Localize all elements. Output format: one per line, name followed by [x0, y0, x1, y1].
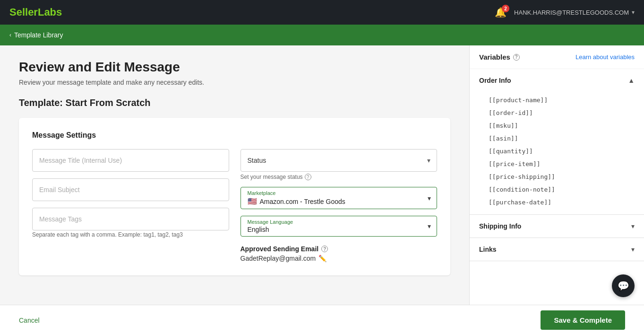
form-col-right: Status Active Inactive ▾ Set your messag… [240, 149, 438, 262]
chat-button[interactable]: 💬 [612, 274, 635, 297]
breadcrumb-label: Template Library [14, 31, 63, 39]
status-select-wrap: Status Active Inactive ▾ [240, 149, 438, 172]
breadcrumb-template-library[interactable]: ‹ Template Library [9, 31, 63, 39]
cancel-button[interactable]: Cancel [19, 317, 40, 324]
page-subtitle: Review your message template and make an… [19, 79, 450, 86]
approved-email-value: GadetReplay@gmail.com ✏️ [240, 255, 438, 262]
content-area: Review and Edit Message Review your mess… [0, 45, 469, 335]
message-tags-wrap: Separate each tag with a comma. Example:… [32, 208, 229, 238]
accordion-shipping-info: Shipping Info ▾ [470, 215, 644, 238]
tags-help-text: Separate each tag with a comma. Example:… [32, 231, 229, 238]
variable-price-shipping[interactable]: [[price-shipping]] [489, 170, 635, 183]
accordion-chevron-shipping-info-icon: ▾ [631, 222, 635, 230]
variable-product-name[interactable]: [[product-name]] [489, 94, 635, 106]
marketplace-select-wrap[interactable]: Marketplace 🇺🇸 Amazon.com - Trestle Good… [240, 187, 438, 209]
approved-email-section: Approved Sending Email ? GadetReplay@gma… [240, 245, 438, 262]
marketplace-value: 🇺🇸 Amazon.com - Trestle Goods [248, 197, 430, 206]
bottom-bar: Cancel Save & Complete [0, 305, 644, 335]
form-grid: Separate each tag with a comma. Example:… [32, 149, 437, 262]
edit-email-icon[interactable]: ✏️ [318, 255, 326, 262]
accordion-links: Links ▾ [470, 238, 644, 261]
variable-price-item[interactable]: [[price-item]] [489, 158, 635, 170]
main-layout: Review and Edit Message Review your mess… [0, 45, 644, 335]
message-tags-input[interactable] [32, 208, 229, 230]
accordion-header-order-info[interactable]: Order Info ▲ [470, 69, 644, 92]
language-value: English [248, 226, 430, 233]
user-menu[interactable]: HANK.HARRIS@TRESTLEGOODS.COM ▾ [514, 9, 635, 16]
variable-condition-note[interactable]: [[condition-note]] [489, 183, 635, 196]
user-menu-chevron-icon: ▾ [632, 9, 635, 16]
language-select-wrap[interactable]: Message Language English ▾ [240, 216, 438, 237]
chat-icon: 💬 [618, 280, 629, 291]
variable-msku[interactable]: [[msku]] [489, 119, 635, 132]
accordion-order-info: Order Info ▲ [[product-name]] [[order-id… [470, 69, 644, 215]
accordion-header-links[interactable]: Links ▾ [470, 238, 644, 261]
approved-email-help-icon[interactable]: ? [321, 246, 328, 252]
marketplace-label: Marketplace [248, 190, 430, 196]
email-subject-input[interactable] [32, 178, 229, 201]
language-value-text: English [248, 226, 269, 233]
message-title-input[interactable] [32, 149, 229, 172]
accordion-title-order-info: Order Info [479, 77, 511, 84]
status-field-wrap: Status Active Inactive ▾ Set your messag… [240, 149, 438, 180]
form-col-left: Separate each tag with a comma. Example:… [32, 149, 229, 262]
status-select[interactable]: Status Active Inactive [240, 149, 438, 172]
marketplace-value-text: Amazon.com - Trestle Goods [260, 198, 345, 205]
marketplace-flag-icon: 🇺🇸 [248, 197, 257, 206]
accordion-chevron-order-info-icon: ▲ [628, 77, 635, 84]
status-help-text: Set your message status [240, 174, 303, 180]
status-help-icon[interactable]: ? [305, 174, 311, 180]
save-complete-button[interactable]: Save & Complete [541, 310, 625, 330]
message-settings-card: Message Settings Separate each tag with … [19, 118, 450, 275]
accordion-chevron-links-icon: ▾ [631, 246, 635, 253]
accordion-header-shipping-info[interactable]: Shipping Info ▾ [470, 215, 644, 238]
accordion-title-shipping-info: Shipping Info [479, 222, 521, 230]
template-name: Template: Start From Scratch [19, 97, 450, 108]
logo: SellerLabs [9, 6, 62, 18]
breadcrumb-chevron-icon: ‹ [9, 32, 11, 38]
nav-right: 🔔 2 HANK.HARRIS@TRESTLEGOODS.COM ▾ [495, 7, 635, 18]
breadcrumb-bar: ‹ Template Library [0, 25, 644, 45]
accordion-title-links: Links [479, 246, 497, 253]
variable-quantity[interactable]: [[quantity]] [489, 145, 635, 158]
user-email: HANK.HARRIS@TRESTLEGOODS.COM [514, 9, 629, 16]
notification-badge: 2 [502, 5, 509, 12]
sidebar-header: Variables ? Learn about variables [470, 45, 644, 69]
variable-purchase-date[interactable]: [[purchase-date]] [489, 196, 635, 209]
variable-asin[interactable]: [[asin]] [489, 132, 635, 145]
sidebar-title: Variables ? [479, 53, 520, 61]
learn-about-variables-link[interactable]: Learn about variables [575, 53, 635, 61]
variables-help-icon[interactable]: ? [513, 54, 520, 61]
logo-green: Labs [38, 6, 62, 18]
page-title: Review and Edit Message [19, 60, 450, 75]
approved-email-label: Approved Sending Email ? [240, 245, 438, 253]
language-label: Message Language [248, 219, 430, 225]
accordion-body-order-info: [[product-name]] [[order-id]] [[msku]] [… [470, 92, 644, 214]
top-nav: SellerLabs 🔔 2 HANK.HARRIS@TRESTLEGOODS.… [0, 0, 644, 25]
notification-bell[interactable]: 🔔 2 [495, 7, 507, 18]
variable-order-id[interactable]: [[order-id]] [489, 106, 635, 119]
card-title: Message Settings [32, 131, 437, 140]
language-select-arrow-icon: ▾ [428, 222, 431, 230]
logo-white: Seller [9, 6, 38, 18]
status-help: Set your message status ? [240, 174, 438, 180]
marketplace-select-arrow-icon: ▾ [428, 194, 431, 202]
